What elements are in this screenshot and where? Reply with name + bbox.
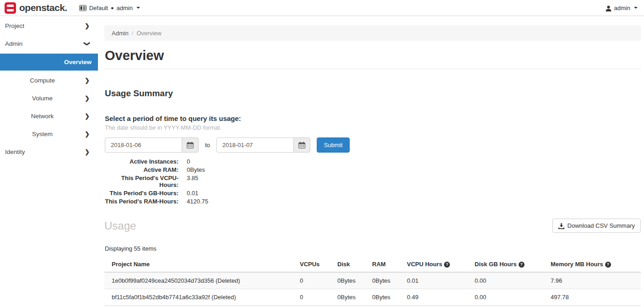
submit-button[interactable]: Submit [317,137,350,153]
openstack-logo-icon [5,2,16,14]
sidebar-item-overview[interactable]: Overview [0,54,98,71]
openstack-brand[interactable]: openstack. [5,2,67,14]
sidebar-item-project[interactable]: Project ❯ [0,17,98,35]
project-name: admin [117,5,133,11]
sidebar-item-volume[interactable]: Volume ❯ [0,89,98,107]
caret-down-icon [136,7,140,9]
user-icon [606,4,612,11]
calendar-icon [187,142,194,148]
usage-summary-heading: Usage Summary [105,88,641,99]
breadcrumb-overview: Overview [136,30,161,37]
chevron-right-icon: ❯ [85,148,90,155]
page-title: Overview [105,48,641,63]
col-project-name[interactable]: Project Name [104,257,296,272]
stat-active-ram: Active RAM: 0Bytes [104,166,641,173]
help-icon[interactable]: ? [519,262,525,268]
chevron-right-icon: ❯ [85,95,90,102]
stat-vcpu-hours: This Period's VCPU-Hours: 3.85 [104,175,641,188]
usage-table-heading: Usage [104,219,136,232]
breadcrumb-separator: / [132,30,134,37]
date-to-input[interactable] [216,137,293,153]
stat-ram-hours: This Period's RAM-Hours: 4120.75 [104,198,641,205]
domain-project-switcher[interactable]: Default ● admin [79,5,140,11]
col-memory-mb-hours[interactable]: Memory MB Hours? [547,257,641,272]
domain-list-icon [79,5,87,11]
chevron-right-icon: ❯ [85,22,90,29]
table-row: bf11c5fa0f1b452db4b7741a6c33a92f (Delete… [104,289,641,306]
user-name: admin [614,5,630,11]
project-dot-icon: ● [111,5,114,11]
col-ram[interactable]: RAM [368,257,403,272]
help-icon[interactable]: ? [444,262,450,268]
user-menu[interactable]: admin [606,4,638,11]
items-count: Displaying 55 items [105,245,641,252]
top-navbar: openstack. Default ● admin admin [0,0,644,16]
calendar-icon [298,142,305,148]
stat-active-instances: Active Instances: 0 [104,158,641,165]
domain-name: Default [89,5,108,11]
date-from-input[interactable] [105,137,182,153]
help-icon[interactable]: ? [605,262,611,268]
chevron-down-icon: ❯ [84,41,91,46]
sidebar-item-system[interactable]: System ❯ [0,125,98,143]
breadcrumb-admin[interactable]: Admin [112,30,129,37]
table-row: ea1f2f357c09465eb6991edf7079efbe (Delete… [104,306,641,307]
usage-table: Project Name VCPUs Disk RAM VCPU Hours? … [104,257,641,307]
breadcrumb: Admin / Overview [104,25,641,41]
usage-stats: Active Instances: 0 Active RAM: 0Bytes T… [104,158,641,205]
title-divider [104,69,641,69]
sidebar-item-admin[interactable]: Admin ❯ [0,35,98,53]
caret-down-icon [634,7,638,9]
main-content: Admin / Overview Overview Usage Summary … [98,16,644,307]
calendar-button-to[interactable] [293,137,310,153]
query-hint: The date should be in YYYY-MM-DD format. [105,124,641,131]
brand-text: openstack. [19,2,67,13]
table-row: 1e0b0f99af0249cea24502034d73d356 (Delete… [104,272,641,289]
table-header-row: Project Name VCPUs Disk RAM VCPU Hours? … [104,257,641,272]
download-icon [558,222,564,229]
query-prompt: Select a period of time to query its usa… [105,115,641,122]
stat-gb-hours: This Period's GB-Hours: 0.01 [104,190,641,197]
col-vcpu-hours[interactable]: VCPU Hours? [403,257,471,272]
sidebar-item-network[interactable]: Network ❯ [0,107,98,125]
download-csv-button[interactable]: Download CSV Summary [552,219,641,233]
sidebar-item-identity[interactable]: Identity ❯ [0,143,98,161]
chevron-right-icon: ❯ [85,113,90,120]
chevron-right-icon: ❯ [85,77,90,84]
sidebar-item-compute[interactable]: Compute ❯ [0,71,98,89]
col-disk[interactable]: Disk [334,257,368,272]
col-disk-gb-hours[interactable]: Disk GB Hours? [471,257,547,272]
calendar-button-from[interactable] [182,137,199,153]
chevron-right-icon: ❯ [85,131,90,137]
col-vcpus[interactable]: VCPUs [296,257,334,272]
date-range-form: to Submit [105,137,641,153]
to-label: to [205,142,210,148]
sidebar-nav: Project ❯ Admin ❯ Overview Compute ❯ Vol… [0,16,98,307]
